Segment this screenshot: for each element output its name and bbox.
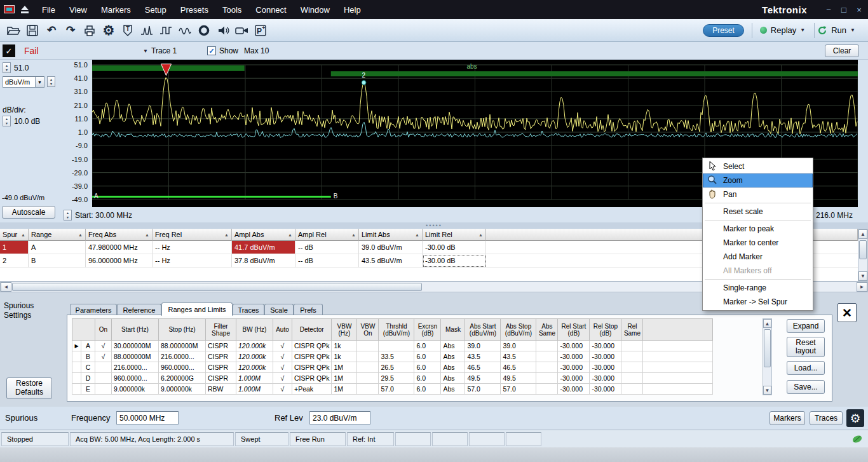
rel-stop-cell[interactable]: -30.000 [590,362,621,373]
detector-cell[interactable]: CISPR QPk [292,362,332,373]
col-header-freq-rel[interactable]: Freq Rel▲ [153,229,232,241]
redo-button[interactable]: ↷ [61,21,80,40]
detector-cell[interactable]: CISPR QPk [292,341,332,351]
menu-tools[interactable]: Tools [215,0,248,19]
limit-rel-cell[interactable]: -30.00 dB [423,241,486,254]
freq-rel-cell[interactable]: -- Hz [153,241,232,254]
menu-item-single-range[interactable]: Single-range [703,281,813,295]
vbw-on-cell[interactable] [357,384,379,395]
detector-cell[interactable]: CISPR QPk [292,373,332,384]
ampl-abs-cell[interactable]: 41.7 dBuV/m [232,241,295,254]
trace-function-label[interactable]: Max 10 [244,46,269,55]
thrshld-cell[interactable]: 33.5 [379,351,414,362]
rel-start-cell[interactable]: -30.000 [558,341,590,351]
bw-cell[interactable]: 120.000k [236,362,273,373]
trace-selector[interactable]: Trace 1 [151,46,177,55]
spur-table-vscrollbar[interactable]: ▲ ▼ [858,229,868,282]
clear-button[interactable]: Clear [825,44,859,57]
stop-cell[interactable]: 960.0000... [159,362,206,373]
ampl-rel-cell[interactable]: -- dB [295,254,359,268]
thrshld-cell[interactable]: 26.5 [379,362,414,373]
start-cell[interactable]: 9.000000k [112,384,159,395]
col-header-spur[interactable]: Spur▲ [0,229,29,241]
vbw-on-cell[interactable] [357,341,379,351]
rel-stop-cell[interactable]: -30.000 [590,351,621,362]
on-checkbox[interactable] [95,373,112,384]
on-checkbox[interactable]: √ [95,351,112,362]
rel-same-cell[interactable] [621,341,643,351]
reset-layout-button[interactable]: Reset layout [787,337,825,357]
menu-item-marker-to-peak[interactable]: Marker to peak [703,222,813,236]
open-button[interactable] [4,21,23,40]
start-cell[interactable]: 960.0000... [112,373,159,384]
range-row-e[interactable]: E 9.000000k 9.000000k RBW 1.000M √ +Peak… [72,384,713,395]
filter-cell[interactable]: CISPR [206,351,236,362]
spur-measure-button[interactable] [137,21,156,40]
filter-cell[interactable]: CISPR [206,341,236,351]
limit-rel-cell[interactable]: -30.00 dB [423,254,486,268]
db-div-spinner[interactable]: ▴▾ [3,116,11,126]
abs-stop-cell[interactable]: 49.5 [501,373,536,384]
mask-cell[interactable]: Abs [441,373,465,384]
filter-cell[interactable]: CISPR [206,362,236,373]
grid-vscrollbar[interactable]: ▲ ▼ [763,318,772,395]
mask-cell[interactable]: Abs [441,362,465,373]
col-header-range[interactable]: Range▲ [29,229,86,241]
save-button[interactable] [23,21,42,40]
trace-selector-arrow-icon[interactable]: ▼ [143,48,148,54]
col-header-freq-abs[interactable]: Freq Abs▲ [86,229,153,241]
abs-stop-cell[interactable]: 57.0 [501,384,536,395]
rel-start-cell[interactable]: -30.000 [558,384,590,395]
abs-same-cell[interactable] [536,341,558,351]
range-row-b[interactable]: B √ 88.000000M 216.0000... CISPR 120.000… [72,351,713,362]
audio-button[interactable] [214,21,233,40]
auto-checkbox[interactable]: √ [273,362,292,373]
on-checkbox[interactable] [95,362,112,373]
abs-stop-cell[interactable]: 39.0 [501,341,536,351]
spur-number-cell[interactable]: 2 [0,254,29,268]
auto-checkbox[interactable]: √ [273,384,292,395]
start-frequency[interactable]: Start: 30.00 MHz [75,211,132,220]
unit-spinner[interactable]: ▴▾ [47,76,55,87]
start-spinner[interactable]: ▴▾ [64,210,72,221]
donut-display-button[interactable] [194,21,214,40]
traces-button[interactable]: Traces [810,411,843,425]
print-button[interactable] [80,21,99,40]
menu-item-zoom[interactable]: Zoom [703,173,813,187]
rel-stop-cell[interactable]: -30.000 [590,384,621,395]
rel-same-cell[interactable] [621,384,643,395]
vbw-cell[interactable]: 1M [332,362,357,373]
preset-button[interactable]: Preset [703,24,744,37]
excrsn-cell[interactable]: 6.0 [414,351,441,362]
mask-cell[interactable]: Abs [441,351,465,362]
menu-connect[interactable]: Connect [248,0,293,19]
markers-button[interactable]: Markers [770,411,805,425]
vbw-cell[interactable]: 1M [332,373,357,384]
excrsn-cell[interactable]: 6.0 [414,373,441,384]
stop-cell[interactable]: 6.200000G [159,373,206,384]
stop-cell[interactable]: 88.000000M [159,341,206,351]
abs-start-cell[interactable]: 57.0 [465,384,501,395]
rel-start-cell[interactable]: -30.000 [558,362,590,373]
mask-cell[interactable]: Abs [441,341,465,351]
settings-button[interactable]: ⚙ [99,21,118,40]
replay-dropdown[interactable]: Replay ▼ [760,25,805,35]
ampl-abs-cell[interactable]: 37.8 dBuV/m [232,254,295,268]
start-cell[interactable]: 216.0000... [112,362,159,373]
limit-abs-cell[interactable]: 39.0 dBuV/m [359,241,423,254]
menu-help[interactable]: Help [337,0,368,19]
close-settings-button[interactable]: ✕ [837,303,857,322]
on-checkbox[interactable]: √ [95,341,112,351]
excrsn-cell[interactable]: 6.0 [414,341,441,351]
stop-cell[interactable]: 9.000000k [159,384,206,395]
start-cell[interactable]: 30.000000M [112,341,159,351]
filter-cell[interactable]: RBW [206,384,236,395]
freq-rel-cell[interactable]: -- Hz [153,254,232,268]
marker-tool-button[interactable]: T [118,21,137,40]
frequency-input[interactable] [116,411,179,425]
bw-cell[interactable]: 120.000k [236,341,273,351]
start-cell[interactable]: 88.000000M [112,351,159,362]
detector-cell[interactable]: CISPR QPk [292,351,332,362]
range-row-d[interactable]: D 960.0000... 6.200000G CISPR 1.000M √ C… [72,373,713,384]
rel-stop-cell[interactable]: -30.000 [590,373,621,384]
